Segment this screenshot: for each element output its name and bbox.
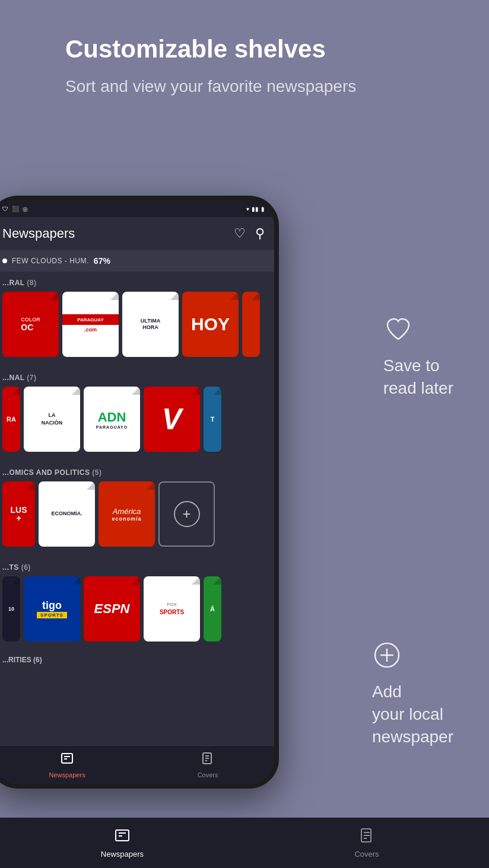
callout-add: Addyour localnewspaper: [372, 640, 453, 748]
paper-card-tigo[interactable]: tigo SPORTS: [24, 576, 80, 642]
paper-card-s10[interactable]: 10: [2, 576, 20, 642]
paper-card-extra1[interactable]: [242, 292, 260, 357]
plus-circle-icon: [372, 640, 402, 672]
bottom-nav-covers-icon: [358, 827, 375, 847]
weather-text: FEW CLOUDS - HUM.: [12, 257, 89, 265]
status-bar: 🛡 ⬛ ◎ ▾ ▮▮ ▮: [0, 200, 274, 217]
paper-card-economia[interactable]: ECONOMÍA.: [39, 481, 95, 547]
wifi-icon: ▾: [246, 206, 249, 212]
paper-card-fox[interactable]: FOX SPORTS: [144, 576, 200, 642]
search-icon[interactable]: ⚲: [255, 226, 265, 241]
nav-label-newspapers: Newspapers: [49, 771, 85, 778]
bottom-nav-covers-label: Covers: [354, 850, 379, 859]
app-title: Newspapers: [2, 226, 75, 241]
section-economics-header: ...OMICS AND POLITICS (5): [0, 461, 274, 481]
phone-screen: 🛡 ⬛ ◎ ▾ ▮▮ ▮ Newspapers ♡ ⚲: [0, 200, 274, 784]
nav-item-newspapers[interactable]: Newspapers: [49, 751, 85, 778]
battery-icon: ▮: [261, 206, 265, 212]
newspaper-nav-icon: [60, 751, 74, 769]
papers-row-economics: LUS+ ECONOMÍA. América economía: [0, 481, 274, 554]
paper-card-plus[interactable]: LUS+: [2, 481, 35, 547]
weather-dot: [2, 259, 7, 263]
paper-card-ra[interactable]: RA: [2, 387, 20, 452]
section-general-header: ...RAL (8): [0, 272, 274, 292]
section-sports-count: (6): [21, 563, 31, 572]
phone-bottom-nav: Newspapers Covers: [0, 745, 274, 784]
callout-add-text: Addyour localnewspaper: [372, 681, 453, 748]
page-bottom-nav: Newspapers Covers: [0, 818, 489, 868]
weather-bar: FEW CLOUDS - HUM. 67%: [0, 250, 274, 272]
section-sports-header: ...TS (6): [0, 556, 274, 576]
add-newspaper-button[interactable]: +: [158, 481, 215, 547]
papers-row-sports: 10 tigo SPORTS ESPN: [0, 576, 274, 649]
lock-icon: ⬛: [12, 206, 19, 212]
paper-card-ultima[interactable]: ULTIMAHORA: [122, 292, 179, 357]
covers-nav-icon: [201, 751, 215, 769]
callout-save: Save toread later: [383, 314, 453, 400]
section-national-header: ...NAL (7): [0, 366, 274, 387]
section-general-count: (8): [27, 279, 36, 287]
add-circle-icon: +: [174, 501, 200, 527]
bottom-nav-newspaper-icon: [114, 827, 131, 847]
page-title: Customizable shelves: [65, 36, 465, 63]
section-rarities-count: (6): [33, 656, 42, 664]
callout-save-text: Save toread later: [383, 355, 453, 400]
section-general: ...RAL (8) COLOR OC PARAGUAY .com: [0, 272, 274, 364]
content-scroll[interactable]: ...RAL (8) COLOR OC PARAGUAY .com: [0, 272, 274, 784]
app-bar-actions: ♡ ⚲: [234, 226, 265, 241]
papers-row-national: RA LANACIÓN ADN PARAGUAYO: [0, 387, 274, 459]
paper-card-red1[interactable]: COLOR OC: [2, 292, 59, 357]
header-area: Customizable shelves Sort and view your …: [0, 0, 489, 110]
bottom-nav-newspapers-label: Newspapers: [101, 850, 144, 859]
paper-card-t[interactable]: T: [204, 387, 221, 452]
bottom-nav-newspapers[interactable]: Newspapers: [87, 827, 158, 859]
sync-icon: ◎: [23, 206, 28, 212]
paper-card-a[interactable]: Á: [204, 576, 221, 642]
phone-mockup: 🛡 ⬛ ◎ ▾ ▮▮ ▮ Newspapers ♡ ⚲: [0, 196, 279, 848]
bottom-nav-covers[interactable]: Covers: [331, 827, 402, 859]
page-subtitle: Sort and view your favorite newspapers: [65, 75, 465, 98]
paper-card-america[interactable]: América economía: [99, 481, 155, 547]
paper-card-paraguay[interactable]: PARAGUAY .com: [62, 292, 119, 357]
status-bar-left: 🛡 ⬛ ◎: [2, 206, 28, 212]
paper-card-v[interactable]: V: [144, 387, 200, 452]
section-sports: ...TS (6) 10 tigo SPORTS ES: [0, 556, 274, 649]
section-national: ...NAL (7) RA LANACIÓN: [0, 366, 274, 459]
papers-row-general: COLOR OC PARAGUAY .com ULTIM: [0, 292, 274, 364]
nav-item-covers[interactable]: Covers: [198, 751, 218, 778]
paper-card-lanacion[interactable]: LANACIÓN: [24, 387, 80, 452]
phone-outer-frame: 🛡 ⬛ ◎ ▾ ▮▮ ▮ Newspapers ♡ ⚲: [0, 196, 279, 789]
heart-outline-icon: [383, 314, 413, 346]
weather-percent: 67%: [94, 256, 110, 266]
paper-card-espn[interactable]: ESPN: [84, 576, 140, 642]
paper-card-hoy[interactable]: HOY: [182, 292, 239, 357]
section-national-count: (7): [27, 374, 36, 382]
section-economics: ...OMICS AND POLITICS (5) LUS+ ECONOMÍA.: [0, 461, 274, 554]
shield-icon: 🛡: [2, 206, 8, 212]
section-economics-count: (5): [92, 468, 101, 477]
status-bar-right: ▾ ▮▮ ▮: [246, 206, 265, 212]
paper-card-adn[interactable]: ADN PARAGUAYO: [84, 387, 140, 452]
favorite-icon[interactable]: ♡: [234, 226, 246, 241]
nav-label-covers: Covers: [198, 771, 218, 778]
section-rarities-partial: ...RITIES (6): [0, 651, 274, 664]
app-bar: Newspapers ♡ ⚲: [0, 217, 274, 250]
signal-icon: ▮▮: [252, 206, 259, 212]
